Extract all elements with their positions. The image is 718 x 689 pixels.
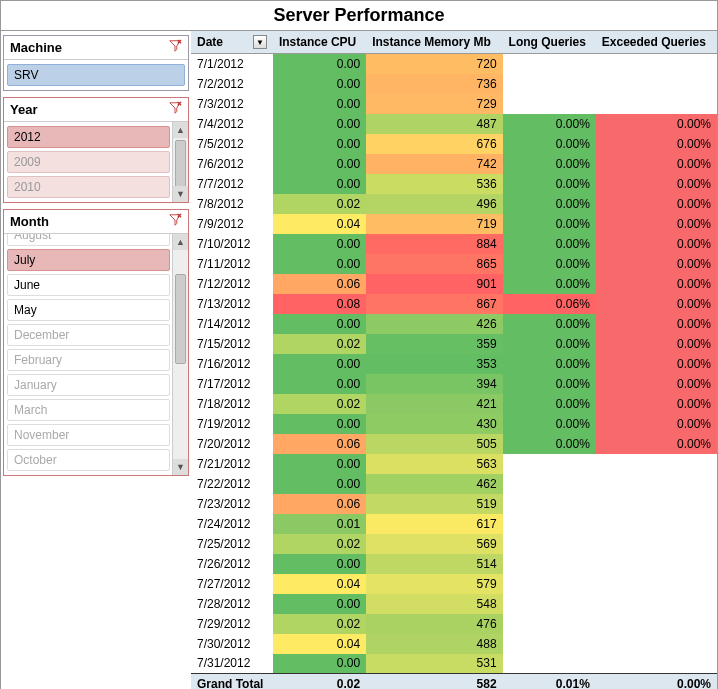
cell-exc: 0.00%	[596, 154, 717, 174]
slicer-item[interactable]: SRV	[7, 64, 185, 86]
cell-mem: 421	[366, 394, 502, 414]
cell-date: 7/5/2012	[191, 134, 273, 154]
table-row: 7/28/20120.00548	[191, 594, 717, 614]
scroll-down-icon[interactable]: ▼	[173, 186, 188, 202]
table-row: 7/23/20120.06519	[191, 494, 717, 514]
cell-date: 7/25/2012	[191, 534, 273, 554]
scroll-up-icon[interactable]: ▲	[173, 122, 188, 138]
cell-cpu: 0.04	[273, 634, 366, 654]
cell-exc: 0.00%	[596, 174, 717, 194]
total-cpu: 0.02	[273, 674, 366, 690]
cell-long: 0.00%	[503, 114, 596, 134]
cell-long	[503, 494, 596, 514]
scroll-thumb[interactable]	[175, 140, 186, 190]
cell-mem: 426	[366, 314, 502, 334]
cell-mem: 579	[366, 574, 502, 594]
cell-cpu: 0.00	[273, 54, 366, 74]
table-row: 7/17/20120.003940.00%0.00%	[191, 374, 717, 394]
cell-long: 0.00%	[503, 414, 596, 434]
scroll-down-icon[interactable]: ▼	[173, 459, 188, 475]
table-row: 7/8/20120.024960.00%0.00%	[191, 194, 717, 214]
slicer-item[interactable]: June	[7, 274, 170, 296]
slicer-item[interactable]: 2012	[7, 126, 170, 148]
cell-date: 7/19/2012	[191, 414, 273, 434]
cell-date: 7/18/2012	[191, 394, 273, 414]
cell-exc	[596, 614, 717, 634]
cell-mem: 353	[366, 354, 502, 374]
cell-exc	[596, 94, 717, 114]
table-row: 7/15/20120.023590.00%0.00%	[191, 334, 717, 354]
cell-cpu: 0.00	[273, 454, 366, 474]
slicer-item[interactable]: 2009	[7, 151, 170, 173]
cell-mem: 569	[366, 534, 502, 554]
col-exc[interactable]: Exceeded Queries	[596, 31, 717, 54]
cell-long: 0.00%	[503, 314, 596, 334]
cell-date: 7/8/2012	[191, 194, 273, 214]
cell-cpu: 0.00	[273, 374, 366, 394]
cell-exc	[596, 574, 717, 594]
table-row: 7/7/20120.005360.00%0.00%	[191, 174, 717, 194]
slicer-item[interactable]: July	[7, 249, 170, 271]
table-row: 7/11/20120.008650.00%0.00%	[191, 254, 717, 274]
cell-cpu: 0.00	[273, 414, 366, 434]
table-row: 7/30/20120.04488	[191, 634, 717, 654]
slicer-month-label: Month	[10, 214, 49, 229]
col-date[interactable]: Date▼	[191, 31, 273, 54]
cell-cpu: 0.02	[273, 614, 366, 634]
cell-long	[503, 554, 596, 574]
cell-cpu: 0.00	[273, 114, 366, 134]
cell-long	[503, 454, 596, 474]
cell-date: 7/3/2012	[191, 94, 273, 114]
slicer-item[interactable]: March	[7, 399, 170, 421]
cell-date: 7/24/2012	[191, 514, 273, 534]
cell-long: 0.00%	[503, 274, 596, 294]
cell-long: 0.00%	[503, 214, 596, 234]
cell-exc	[596, 654, 717, 674]
table-row: 7/22/20120.00462	[191, 474, 717, 494]
total-mem: 582	[366, 674, 502, 690]
slicer-item[interactable]: November	[7, 424, 170, 446]
col-long[interactable]: Long Queries	[503, 31, 596, 54]
slicer-item[interactable]: December	[7, 324, 170, 346]
cell-mem: 462	[366, 474, 502, 494]
table-row: 7/13/20120.088670.06%0.00%	[191, 294, 717, 314]
table-row: 7/12/20120.069010.00%0.00%	[191, 274, 717, 294]
cell-mem: 617	[366, 514, 502, 534]
col-cpu[interactable]: Instance CPU	[273, 31, 366, 54]
cell-mem: 865	[366, 254, 502, 274]
total-exc: 0.00%	[596, 674, 717, 690]
clear-filter-icon[interactable]	[168, 101, 182, 118]
clear-filter-icon[interactable]	[168, 213, 182, 230]
table-row: 7/24/20120.01617	[191, 514, 717, 534]
cell-mem: 514	[366, 554, 502, 574]
table-row: 7/29/20120.02476	[191, 614, 717, 634]
cell-long: 0.00%	[503, 374, 596, 394]
clear-filter-icon[interactable]	[168, 39, 182, 56]
cell-long: 0.00%	[503, 154, 596, 174]
cell-cpu: 0.02	[273, 394, 366, 414]
scroll-up-icon[interactable]: ▲	[173, 234, 188, 250]
slicer-item[interactable]: August	[7, 234, 170, 246]
slicer-item[interactable]: January	[7, 374, 170, 396]
slicer-item[interactable]: 2010	[7, 176, 170, 198]
cell-mem: 488	[366, 634, 502, 654]
cell-date: 7/21/2012	[191, 454, 273, 474]
scroll-thumb[interactable]	[175, 274, 186, 364]
table-row: 7/6/20120.007420.00%0.00%	[191, 154, 717, 174]
slicer-item[interactable]: May	[7, 299, 170, 321]
cell-mem: 487	[366, 114, 502, 134]
table-row: 7/27/20120.04579	[191, 574, 717, 594]
cell-date: 7/29/2012	[191, 614, 273, 634]
cell-exc	[596, 454, 717, 474]
col-mem[interactable]: Instance Memory Mb	[366, 31, 502, 54]
filter-dropdown-icon[interactable]: ▼	[253, 35, 267, 49]
slicer-item[interactable]: October	[7, 449, 170, 471]
slicer-item[interactable]: February	[7, 349, 170, 371]
cell-long: 0.00%	[503, 254, 596, 274]
scrollbar[interactable]: ▲ ▼	[172, 234, 188, 475]
cell-long	[503, 74, 596, 94]
cell-cpu: 0.00	[273, 554, 366, 574]
scrollbar[interactable]: ▲ ▼	[172, 122, 188, 202]
slicer-machine-label: Machine	[10, 40, 62, 55]
cell-cpu: 0.00	[273, 654, 366, 674]
